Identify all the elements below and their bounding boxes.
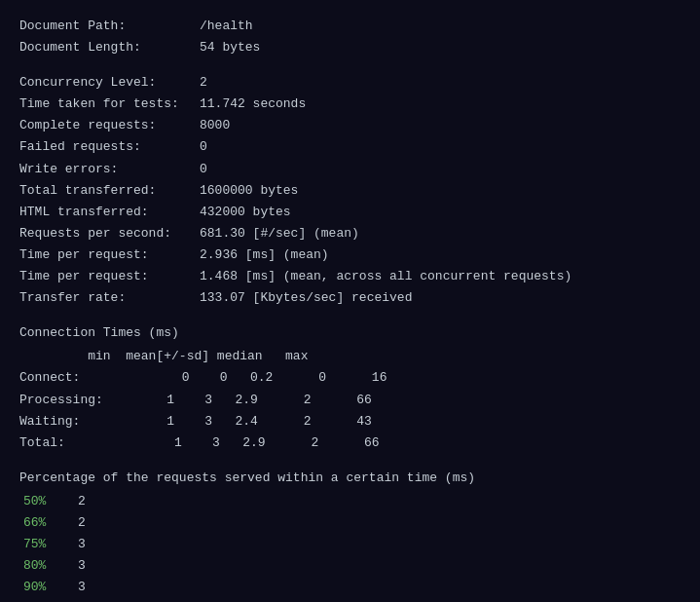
pct-label: 66% — [19, 512, 78, 534]
concurrency-line: Concurrency Level: 2 — [19, 72, 681, 94]
pct-value: 2 — [78, 512, 86, 534]
html-transferred-label: HTML transferred: — [19, 202, 200, 223]
processing-row: Processing: 1 3 2.9 2 66 — [19, 390, 681, 411]
pct-value: 2 — [78, 491, 86, 512]
complete-requests-value: 8000 — [200, 115, 230, 136]
transfer-rate-label: Transfer rate: — [19, 287, 200, 309]
pct-label: 80% — [19, 555, 78, 577]
pct-row: 75%3 — [19, 534, 681, 555]
total-row: Total: 1 3 2.9 2 66 — [19, 433, 681, 454]
tpr1-value: 2.936 [ms] (mean) — [200, 245, 329, 266]
tpr1-label: Time per request: — [19, 245, 200, 266]
rps-label: Requests per second: — [19, 223, 200, 245]
tpr2-label: Time per request: — [19, 266, 200, 287]
pct-row: 66%2 — [19, 512, 681, 534]
pct-row: 90%3 — [19, 577, 681, 598]
gap-3 — [19, 454, 681, 468]
rps-value: 681.30 [#/sec] (mean) — [200, 223, 359, 245]
concurrency-label: Concurrency Level: — [19, 72, 200, 94]
write-errors-label: Write errors: — [19, 159, 200, 180]
pct-label: 95% — [19, 598, 78, 602]
transfer-rate-value: 133.07 [Kbytes/sec] received — [200, 287, 412, 309]
waiting-label: Waiting: — [19, 411, 136, 433]
document-path-line: Document Path: /health — [19, 16, 681, 37]
html-transferred-line: HTML transferred: 432000 bytes — [19, 202, 681, 223]
rps-line: Requests per second: 681.30 [#/sec] (mea… — [19, 223, 681, 245]
concurrency-value: 2 — [200, 72, 207, 94]
failed-requests-label: Failed requests: — [19, 136, 200, 158]
time-taken-label: Time taken for tests: — [19, 94, 200, 115]
report-container: Document Path: /health Document Length: … — [19, 16, 681, 602]
percentage-header: Percentage of the requests served within… — [19, 468, 681, 489]
percentage-section: 50%2 66%2 75%3 80%3 90%3 95%5 98%12 99%1… — [19, 491, 681, 602]
pct-row: 80%3 — [19, 555, 681, 577]
pct-row: 95%5 — [19, 598, 681, 602]
connection-times-header: Connection Times (ms) — [19, 322, 681, 344]
gap-1 — [19, 58, 681, 72]
write-errors-line: Write errors: 0 — [19, 159, 681, 180]
html-transferred-value: 432000 bytes — [200, 202, 291, 223]
processing-label: Processing: — [19, 390, 136, 411]
tpr2-line: Time per request: 1.468 [ms] (mean, acro… — [19, 266, 681, 287]
pct-value: 3 — [78, 555, 86, 577]
document-path-label: Document Path: — [19, 16, 200, 37]
time-taken-value: 11.742 seconds — [200, 94, 306, 115]
pct-row: 50%2 — [19, 491, 681, 512]
waiting-row: Waiting: 1 3 2.4 2 43 — [19, 411, 681, 433]
total-transferred-value: 1600000 bytes — [200, 180, 298, 202]
pct-value: 5 — [78, 598, 86, 602]
connect-row: Connect: 0 0 0.2 0 16 — [19, 367, 681, 389]
write-errors-value: 0 — [200, 159, 207, 180]
pct-value: 3 — [78, 534, 86, 555]
document-length-value: 54 bytes — [200, 37, 260, 58]
processing-values: 1 3 2.9 2 66 — [136, 390, 372, 411]
complete-requests-line: Complete requests: 8000 — [19, 115, 681, 136]
gap-2 — [19, 309, 681, 322]
waiting-values: 1 3 2.4 2 43 — [136, 411, 372, 433]
document-length-line: Document Length: 54 bytes — [19, 37, 681, 58]
failed-requests-line: Failed requests: 0 — [19, 136, 681, 158]
document-length-label: Document Length: — [19, 37, 200, 58]
time-taken-line: Time taken for tests: 11.742 seconds — [19, 94, 681, 115]
table-header-row: min mean[+/-sd] median max — [19, 346, 681, 367]
total-transferred-label: Total transferred: — [19, 180, 200, 202]
total-values: 1 3 2.9 2 66 — [136, 433, 380, 454]
pct-label: 50% — [19, 491, 78, 512]
tpr2-value: 1.468 [ms] (mean, across all concurrent … — [200, 266, 571, 287]
failed-requests-value: 0 — [200, 136, 207, 158]
total-label: Total: — [19, 433, 136, 454]
pct-label: 90% — [19, 577, 78, 598]
connect-label: Connect: — [19, 367, 136, 389]
tpr1-line: Time per request: 2.936 [ms] (mean) — [19, 245, 681, 266]
pct-value: 3 — [78, 577, 86, 598]
document-path-value: /health — [200, 16, 253, 37]
total-transferred-line: Total transferred: 1600000 bytes — [19, 180, 681, 202]
transfer-rate-line: Transfer rate: 133.07 [Kbytes/sec] recei… — [19, 287, 681, 309]
pct-label: 75% — [19, 534, 78, 555]
connect-values: 0 0 0.2 0 16 — [136, 367, 387, 389]
complete-requests-label: Complete requests: — [19, 115, 200, 136]
